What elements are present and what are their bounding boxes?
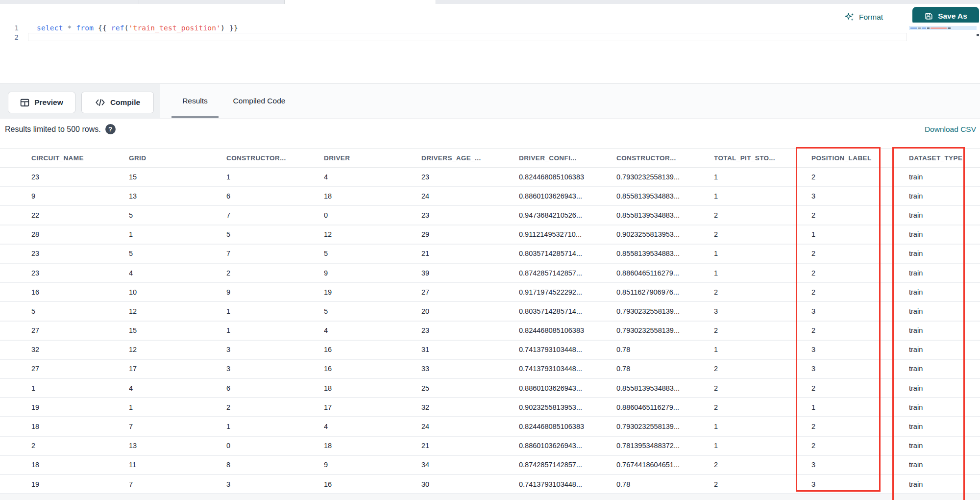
table-cell: 16 [324, 346, 421, 353]
table-cell: 13 [129, 192, 226, 200]
table-cell: 3 [811, 192, 909, 200]
line-number-1: 1 [9, 24, 19, 32]
table-cell: 3 [226, 365, 324, 373]
tab-divider [284, 0, 285, 4]
table-cell: 0.8860103626943... [519, 192, 616, 200]
table-cell: 28 [31, 230, 129, 238]
column-header: DRIVER [324, 154, 421, 162]
compile-button[interactable]: Compile [81, 92, 154, 113]
table-cell: 24 [421, 423, 519, 430]
format-button[interactable]: Format [845, 12, 883, 22]
table-cell: 6 [226, 192, 324, 200]
table-row: 18714240.8244680851063830.7930232558139.… [0, 417, 980, 436]
column-header: GRID [129, 154, 226, 162]
active-line-highlight[interactable] [28, 33, 907, 41]
column-header: CIRCUIT_NAME [31, 154, 129, 162]
sparkles-icon [845, 12, 855, 22]
table-cell: 2 [31, 442, 129, 450]
table-cell: 0.8558139534883... [616, 250, 714, 257]
table-grid-icon [20, 98, 29, 107]
table-body: 231514230.8244680851063830.7930232558139… [0, 168, 980, 494]
table-cell: 1 [714, 173, 811, 181]
table-cell: 23 [421, 173, 519, 181]
table-cell: 15 [129, 173, 226, 181]
column-header: CONSTRUCTOR... [616, 154, 714, 162]
table-cell: 3 [226, 346, 324, 353]
table-cell: train [909, 442, 980, 450]
table-cell: 1 [714, 442, 811, 450]
table-cell: 0 [226, 442, 324, 450]
tab-compiled-code[interactable]: Compiled Code [228, 83, 290, 118]
table-cell: 2 [714, 403, 811, 411]
table-row: 2717316330.7413793103448...0.7823train [0, 360, 980, 379]
table-cell: 0.824468085106383 [519, 173, 616, 181]
results-limit-label: Results limited to 500 rows. [5, 125, 101, 134]
table-cell: 1 [714, 269, 811, 277]
table-cell: 0 [324, 211, 421, 219]
save-icon [924, 12, 933, 21]
table-cell: 0.7930232558139... [616, 173, 714, 181]
table-cell: 20 [421, 307, 519, 315]
tab-divider [436, 0, 436, 4]
table-cell: 7 [129, 480, 226, 488]
table-cell: 1 [714, 346, 811, 353]
table-cell: 23 [31, 250, 129, 257]
table-cell: train [909, 230, 980, 238]
column-header: DATASET_TYPE [909, 154, 980, 162]
table-cell: 2 [226, 403, 324, 411]
table-cell: 24 [421, 192, 519, 200]
format-label: Format [859, 13, 883, 22]
table-cell: 4 [324, 423, 421, 430]
table-cell: 0.824468085106383 [519, 326, 616, 334]
table-cell: 0.8860103626943... [519, 442, 616, 450]
table-cell: 2 [714, 230, 811, 238]
table-cell: 0.9171974522292... [519, 288, 616, 296]
table-cell: 21 [421, 250, 519, 257]
editor-toolbar: Format Save As [0, 4, 980, 24]
table-cell: 1 [811, 403, 909, 411]
table-cell: 33 [421, 365, 519, 373]
help-icon[interactable]: ? [105, 124, 116, 134]
table-row: 51215200.8035714285714...0.7930232558139… [0, 302, 980, 321]
table-cell: train [909, 461, 980, 469]
table-row: 23575210.8035714285714...0.8558139534883… [0, 245, 980, 264]
table-cell: 0.7674418604651... [616, 461, 714, 469]
download-csv-link[interactable]: Download CSV [925, 125, 976, 134]
column-header: DRIVERS_AGE_... [421, 154, 519, 162]
table-cell: 7 [226, 211, 324, 219]
table-row: 281512290.9112149532710...0.902325581395… [0, 225, 980, 245]
table-cell: 17 [129, 365, 226, 373]
table-cell: train [909, 211, 980, 219]
editor-minimap[interactable] [909, 23, 978, 76]
table-cell: 2 [714, 480, 811, 488]
table-cell: 2 [714, 384, 811, 392]
table-cell: 0.8558139534883... [616, 192, 714, 200]
table-cell: 5 [324, 250, 421, 257]
table-cell: 19 [31, 403, 129, 411]
table-cell: 1 [811, 230, 909, 238]
table-cell: 1 [226, 307, 324, 315]
code-line-1[interactable]: select * from {{ ref('train_test_positio… [37, 24, 238, 32]
table-cell: 1 [129, 403, 226, 411]
table-cell: 7 [129, 423, 226, 430]
table-cell: 1 [714, 250, 811, 257]
preview-button[interactable]: Preview [8, 92, 75, 113]
table-footer-strip [0, 494, 980, 500]
editor-tab-active[interactable] [285, 0, 436, 4]
minimap-code-mark [948, 27, 951, 29]
table-row: 913618240.8860103626943...0.855813953488… [0, 187, 980, 206]
table-cell: 1 [714, 423, 811, 430]
table-cell: 2 [714, 365, 811, 373]
table-cell: 0.78 [616, 365, 714, 373]
table-cell: 39 [421, 269, 519, 277]
table-cell: 3 [811, 480, 909, 488]
table-row: 14618250.8860103626943...0.8558139534883… [0, 379, 980, 398]
table-cell: 5 [129, 211, 226, 219]
table-cell: 0.9023255813953... [616, 230, 714, 238]
column-header: POSITION_LABEL [811, 154, 909, 162]
code-editor[interactable]: 1 2 select * from {{ ref('train_test_pos… [0, 23, 980, 82]
table-cell: 9 [31, 192, 129, 200]
tab-results[interactable]: Results [172, 83, 219, 118]
table-cell: 19 [324, 288, 421, 296]
table-row: 213018210.8860103626943...0.781395348837… [0, 437, 980, 456]
